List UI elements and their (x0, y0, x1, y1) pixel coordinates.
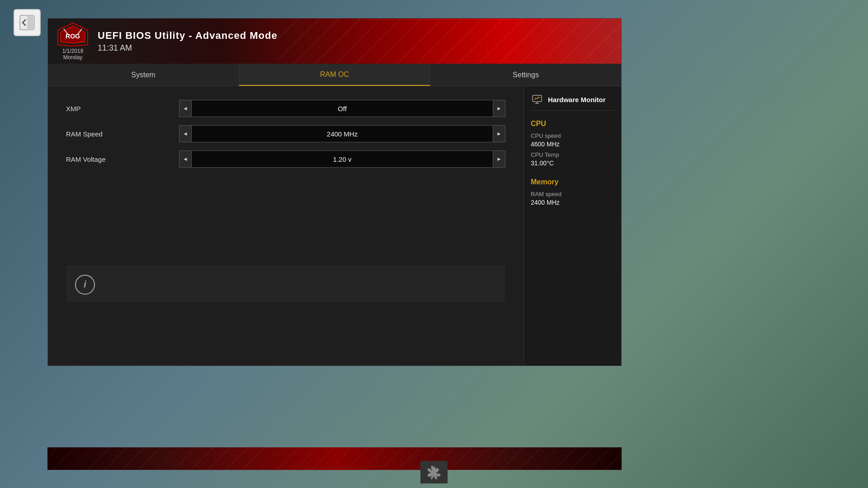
ram-speed-setting-row: RAM Speed ◄ 2400 MHz ► (66, 125, 505, 142)
tab-system[interactable]: System (48, 64, 239, 86)
ram-speed-control: ◄ 2400 MHz ► (179, 125, 505, 142)
bios-header: ROG 1/1/2018 Monday UEFI BIOS Utility - … (48, 19, 621, 64)
fan-button[interactable] (420, 461, 448, 483)
ram-speed-next-button[interactable]: ► (493, 125, 505, 142)
tab-settings[interactable]: Settings (430, 64, 621, 86)
ram-voltage-setting-row: RAM Voltage ◄ 1.20 v ► (66, 150, 505, 168)
ram-voltage-next-button[interactable]: ► (493, 150, 505, 168)
ram-speed-prev-button[interactable]: ◄ (179, 125, 192, 142)
main-settings-panel: XMP ◄ Off ► RAM Speed ◄ 2400 MHz ► RAM V… (48, 86, 524, 366)
monitor-icon (531, 93, 543, 106)
header-date: 1/1/2018 Monday (62, 48, 84, 61)
bios-window: ROG 1/1/2018 Monday UEFI BIOS Utility - … (47, 18, 622, 366)
header-info: UEFI BIOS Utility - Advanced Mode 11:31 … (98, 30, 278, 53)
bios-navigation: System RAM OC Settings (48, 64, 621, 86)
xmp-prev-button[interactable]: ◄ (179, 100, 192, 117)
cpu-section-title: CPU (531, 120, 614, 128)
xmp-value: Off (192, 100, 493, 117)
svg-rect-1 (27, 15, 34, 30)
bios-body: XMP ◄ Off ► RAM Speed ◄ 2400 MHz ► RAM V… (48, 86, 621, 366)
bottom-decorative-bar (47, 447, 622, 470)
xmp-label: XMP (66, 105, 179, 113)
xmp-control: ◄ Off ► (179, 100, 505, 117)
bios-footer: i (66, 266, 505, 302)
cpu-speed-label: CPU speed (531, 132, 614, 139)
ram-voltage-label: RAM Voltage (66, 155, 179, 163)
sidebar-toggle-button[interactable] (14, 9, 41, 36)
memory-section: Memory RAM speed 2400 MHz (531, 178, 614, 206)
ram-speed-value-hw: 2400 MHz (531, 199, 614, 206)
hardware-monitor-header: Hardware Monitor (531, 93, 614, 111)
day-text: Monday (63, 54, 83, 61)
info-icon: i (75, 275, 95, 295)
date-text: 1/1/2018 (62, 48, 84, 54)
bios-time: 11:31 AM (98, 43, 278, 53)
ram-speed-label: RAM Speed (66, 130, 179, 138)
memory-section-title: Memory (531, 178, 614, 186)
header-logo: ROG 1/1/2018 Monday (57, 22, 89, 61)
ram-voltage-control: ◄ 1.20 v ► (179, 150, 505, 168)
svg-text:ROG: ROG (66, 32, 80, 39)
ram-voltage-value: 1.20 v (192, 150, 493, 168)
ram-speed-label-hw: RAM speed (531, 191, 614, 197)
cpu-section: CPU CPU speed 4600 MHz CPU Temp 31.00°C (531, 120, 614, 167)
cpu-temp-value: 31.00°C (531, 160, 614, 167)
cpu-temp-label: CPU Temp (531, 151, 614, 158)
xmp-next-button[interactable]: ► (493, 100, 505, 117)
tab-ram-oc[interactable]: RAM OC (239, 64, 430, 86)
hardware-monitor-panel: Hardware Monitor CPU CPU speed 4600 MHz … (524, 86, 621, 366)
ram-voltage-prev-button[interactable]: ◄ (179, 150, 192, 168)
ram-speed-value: 2400 MHz (192, 125, 493, 142)
bios-title: UEFI BIOS Utility - Advanced Mode (98, 30, 278, 42)
cpu-speed-value: 4600 MHz (531, 141, 614, 148)
hardware-monitor-title: Hardware Monitor (548, 96, 606, 103)
xmp-setting-row: XMP ◄ Off ► (66, 100, 505, 117)
